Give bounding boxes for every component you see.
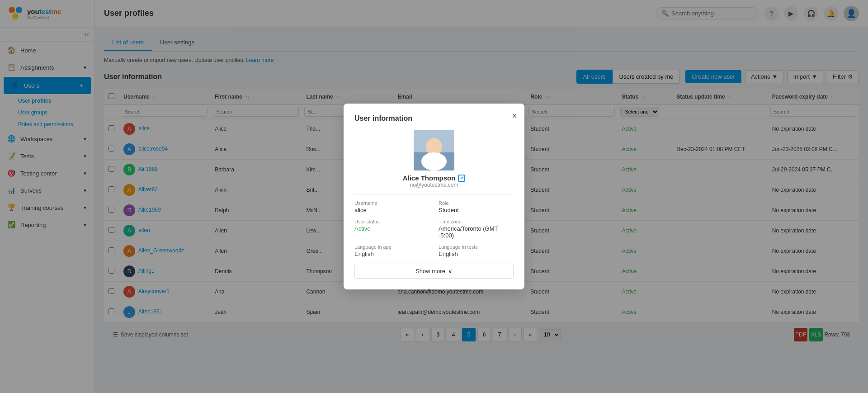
lang-app-label: Language in app [354, 244, 429, 250]
user-information-modal: User information × Alice Thompson ↗ no@y… [344, 104, 524, 289]
lang-tests-value: English [439, 251, 514, 257]
field-role: Role Student [439, 200, 514, 213]
timezone-value: America/Toronto (GMT -5:00) [439, 225, 514, 239]
modal-fields: Username alice Role Student User status … [354, 200, 514, 257]
field-lang-tests: Language in tests English [439, 244, 514, 257]
username-value: alice [354, 207, 429, 213]
lang-app-value: English [354, 251, 429, 257]
external-link-icon[interactable]: ↗ [458, 175, 465, 182]
modal-avatar-image [414, 130, 454, 170]
modal-user-avatar-section: Alice Thompson ↗ no@youtestme.com [354, 130, 514, 188]
avatar-svg [414, 130, 454, 170]
user-status-label: User status [354, 219, 429, 224]
modal-title: User information [354, 114, 514, 123]
user-status-value: Active [354, 225, 429, 232]
field-username: Username alice [354, 200, 429, 213]
modal-user-name: Alice Thompson ↗ [403, 174, 466, 182]
role-value: Student [439, 207, 514, 213]
timezone-label: Time zone [439, 219, 514, 224]
field-user-status: User status Active [354, 219, 429, 239]
show-more-button[interactable]: Show more ∨ [354, 264, 514, 279]
field-lang-app: Language in app English [354, 244, 429, 257]
role-label: Role [439, 200, 514, 206]
svg-rect-7 [427, 155, 441, 159]
chevron-down-icon: ∨ [448, 268, 453, 275]
modal-divider [354, 194, 514, 195]
username-label: Username [354, 200, 429, 206]
modal-overlay[interactable]: User information × Alice Thompson ↗ no@y… [0, 0, 868, 393]
modal-close-button[interactable]: × [512, 111, 517, 121]
modal-user-email: no@youtestme.com [410, 182, 458, 188]
field-timezone: Time zone America/Toronto (GMT -5:00) [439, 219, 514, 239]
lang-tests-label: Language in tests [439, 244, 514, 250]
